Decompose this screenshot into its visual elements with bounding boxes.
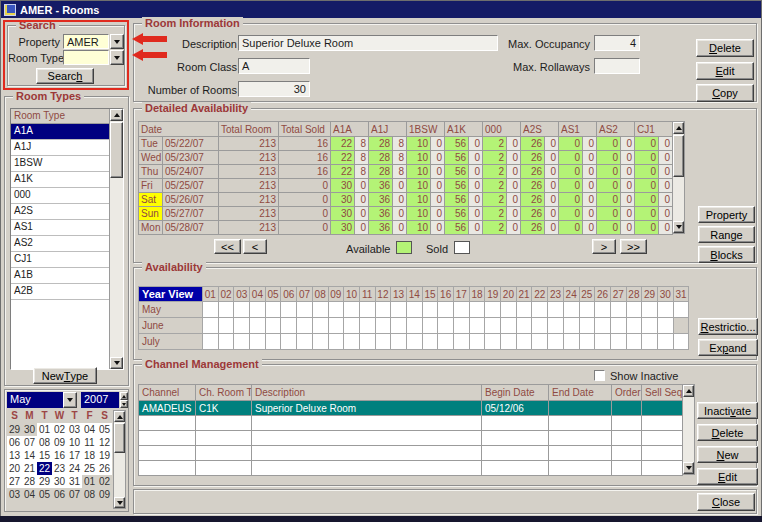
- detailed-availability-row[interactable]: Thu05/24/072131622828810056020260000000: [139, 165, 673, 179]
- date-cell[interactable]: 05/22/07: [163, 137, 219, 151]
- scroll-down-button[interactable]: [110, 357, 123, 369]
- availability-day-cell[interactable]: [438, 318, 454, 334]
- edit-button[interactable]: Edit: [696, 62, 754, 80]
- sold-count-cell[interactable]: 0: [545, 207, 559, 221]
- sold-count-cell[interactable]: 0: [659, 179, 673, 193]
- blocks-button[interactable]: Blocks: [698, 246, 755, 263]
- sold-count-cell[interactable]: 0: [545, 165, 559, 179]
- sold-count-cell[interactable]: 0: [393, 221, 407, 235]
- sold-count-cell[interactable]: 0: [507, 207, 521, 221]
- available-count-cell[interactable]: 0: [635, 137, 659, 151]
- calendar-day[interactable]: 31: [67, 475, 82, 488]
- availability-day-cell[interactable]: [297, 302, 313, 318]
- room-type-cell[interactable]: C1K: [196, 401, 252, 416]
- sold-count-cell[interactable]: 8: [355, 137, 369, 151]
- availability-day-cell[interactable]: [642, 334, 658, 350]
- calendar-day[interactable]: 10: [67, 436, 82, 449]
- availability-day-cell[interactable]: [610, 334, 626, 350]
- first-page-button[interactable]: <<: [214, 239, 241, 254]
- available-count-cell[interactable]: 0: [597, 151, 621, 165]
- sold-count-cell[interactable]: 0: [469, 179, 483, 193]
- availability-day-cell[interactable]: [265, 334, 281, 350]
- calendar-day[interactable]: 07: [67, 488, 82, 501]
- empty-cell[interactable]: [642, 461, 683, 476]
- available-count-cell[interactable]: 56: [445, 151, 469, 165]
- available-count-cell[interactable]: 0: [559, 193, 583, 207]
- begin-date-cell[interactable]: 05/12/06: [482, 401, 549, 416]
- empty-cell[interactable]: [252, 461, 482, 476]
- room-type-list-item[interactable]: 1BSW: [11, 156, 109, 172]
- availability-day-cell[interactable]: [485, 302, 501, 318]
- availability-day-cell[interactable]: [563, 318, 579, 334]
- calendar-day[interactable]: 06: [52, 488, 67, 501]
- sold-count-cell[interactable]: 0: [621, 151, 635, 165]
- sold-count-cell[interactable]: 0: [469, 165, 483, 179]
- availability-day-cell[interactable]: [297, 334, 313, 350]
- sold-count-cell[interactable]: 0: [621, 193, 635, 207]
- availability-day-cell[interactable]: [391, 302, 407, 318]
- available-count-cell[interactable]: 36: [369, 207, 393, 221]
- day-of-week-cell[interactable]: Fri: [139, 179, 163, 193]
- available-count-cell[interactable]: 0: [597, 165, 621, 179]
- available-count-cell[interactable]: 56: [445, 179, 469, 193]
- availability-day-cell[interactable]: [501, 302, 517, 318]
- sold-count-cell[interactable]: 0: [507, 151, 521, 165]
- availability-day-cell[interactable]: [344, 302, 360, 318]
- previous-page-button[interactable]: <: [243, 239, 267, 254]
- available-count-cell[interactable]: 0: [559, 207, 583, 221]
- calendar-day[interactable]: 30: [22, 423, 37, 436]
- total-sold-cell[interactable]: 16: [279, 165, 331, 179]
- sold-count-cell[interactable]: 0: [507, 179, 521, 193]
- room-type-list-item[interactable]: AS1: [11, 220, 109, 236]
- total-sold-cell[interactable]: 16: [279, 151, 331, 165]
- empty-cell[interactable]: [196, 446, 252, 461]
- total-sold-cell[interactable]: 0: [279, 207, 331, 221]
- sold-count-cell[interactable]: 0: [659, 151, 673, 165]
- detailed-availability-row[interactable]: Wed05/23/072131622828810056020260000000: [139, 151, 673, 165]
- availability-day-cell[interactable]: [422, 318, 438, 334]
- empty-cell[interactable]: [196, 416, 252, 431]
- room-type-list-item[interactable]: A2B: [11, 284, 109, 300]
- availability-day-cell[interactable]: [406, 334, 422, 350]
- availability-day-cell[interactable]: [532, 302, 548, 318]
- channel-empty-row[interactable]: [139, 416, 683, 431]
- channel-row[interactable]: AMADEUSC1KSuperior Deluxe Room05/12/06: [139, 401, 683, 416]
- detailed-availability-row[interactable]: Sat05/26/07213030036010056020260000000: [139, 193, 673, 207]
- empty-cell[interactable]: [642, 431, 683, 446]
- empty-cell[interactable]: [612, 431, 642, 446]
- sold-count-cell[interactable]: 0: [431, 207, 445, 221]
- description-field[interactable]: Superior Deluxe Room: [238, 35, 498, 51]
- sold-count-cell[interactable]: 0: [621, 137, 635, 151]
- availability-day-cell[interactable]: [548, 334, 564, 350]
- availability-day-cell[interactable]: [359, 334, 375, 350]
- sold-count-cell[interactable]: 0: [583, 207, 597, 221]
- available-count-cell[interactable]: 56: [445, 193, 469, 207]
- sold-count-cell[interactable]: 0: [545, 137, 559, 151]
- available-count-cell[interactable]: 56: [445, 221, 469, 235]
- available-count-cell[interactable]: 30: [331, 221, 355, 235]
- description-cell[interactable]: Superior Deluxe Room: [252, 401, 482, 416]
- sold-count-cell[interactable]: 0: [507, 193, 521, 207]
- availability-day-cell[interactable]: [501, 334, 517, 350]
- calendar-day[interactable]: 14: [22, 449, 37, 462]
- availability-day-cell[interactable]: [485, 318, 501, 334]
- sold-count-cell[interactable]: 0: [583, 151, 597, 165]
- available-count-cell[interactable]: 2: [483, 207, 507, 221]
- sold-count-cell[interactable]: 0: [507, 221, 521, 235]
- calendar-day[interactable]: 03: [7, 488, 22, 501]
- availability-day-cell[interactable]: [595, 334, 611, 350]
- end-date-cell[interactable]: [549, 401, 612, 416]
- channel-empty-row[interactable]: [139, 461, 683, 476]
- empty-cell[interactable]: [549, 446, 612, 461]
- scroll-down-button[interactable]: [683, 462, 694, 474]
- sold-count-cell[interactable]: 8: [393, 151, 407, 165]
- calendar-day[interactable]: 05: [97, 423, 112, 436]
- sold-count-cell[interactable]: 0: [621, 221, 635, 235]
- calendar-day[interactable]: 07: [22, 436, 37, 449]
- sold-count-cell[interactable]: 0: [621, 207, 635, 221]
- availability-day-cell[interactable]: [579, 334, 595, 350]
- availability-day-cell[interactable]: [406, 302, 422, 318]
- sold-count-cell[interactable]: 0: [355, 179, 369, 193]
- available-count-cell[interactable]: 30: [331, 207, 355, 221]
- availability-day-cell[interactable]: [203, 318, 219, 334]
